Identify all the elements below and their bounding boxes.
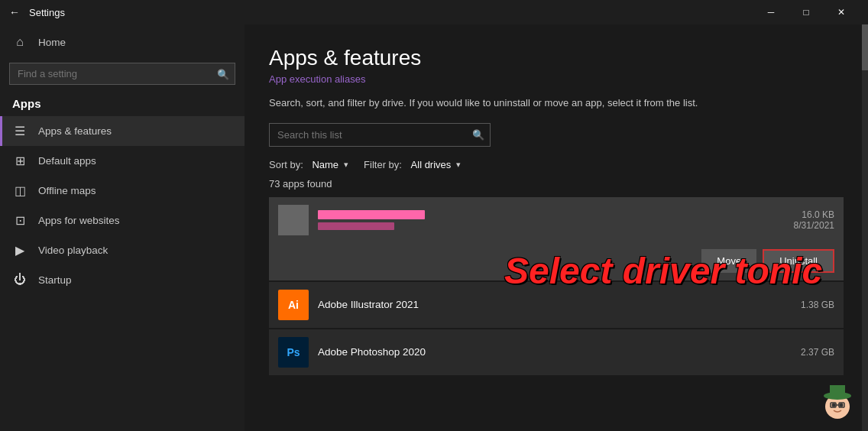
sidebar-item-offline-maps-label: Offline maps xyxy=(38,185,96,196)
selected-app-actions: Move Uninstall xyxy=(269,243,844,280)
sidebar-item-video-playback[interactable]: ▶ Video playback xyxy=(0,235,245,265)
page-title: Apps & features xyxy=(269,46,844,70)
sort-by-value: Name xyxy=(312,159,338,170)
filter-by-label: Filter by: xyxy=(364,159,402,170)
sidebar-item-apps-features-label: Apps & features xyxy=(38,125,112,137)
photoshop-icon: Ps xyxy=(278,337,309,368)
titlebar: ← Settings ─ □ ✕ xyxy=(0,0,868,24)
filter-by-value: All drives xyxy=(411,159,452,170)
close-button[interactable]: ✕ xyxy=(824,0,859,24)
svg-rect-6 xyxy=(839,403,844,407)
sidebar-item-apps-features[interactable]: ☰ Apps & features xyxy=(0,116,245,146)
offline-maps-icon: ◫ xyxy=(12,183,28,198)
sort-chevron-icon: ▾ xyxy=(344,160,348,170)
sort-by-control[interactable]: Sort by: Name ▾ xyxy=(269,159,348,170)
video-playback-icon: ▶ xyxy=(12,243,28,258)
svg-rect-5 xyxy=(831,403,836,407)
app-execution-aliases-link[interactable]: App execution aliases xyxy=(269,73,844,85)
home-icon: ⌂ xyxy=(12,35,28,49)
sidebar-item-startup[interactable]: ⏻ Startup xyxy=(0,265,245,294)
illustrator-size: 1.38 GB xyxy=(801,300,834,310)
scrollbar-thumb[interactable] xyxy=(862,24,868,70)
sidebar-item-offline-maps[interactable]: ◫ Offline maps xyxy=(0,176,245,206)
selected-app-info xyxy=(318,210,794,230)
photoshop-name: Adobe Photoshop 2020 xyxy=(318,346,801,358)
selected-app-icon xyxy=(278,205,309,235)
selected-app-header: 16.0 KB 8/31/2021 xyxy=(269,197,844,243)
sidebar-search-icon: 🔍 xyxy=(217,68,229,79)
sidebar-item-default-apps-label: Default apps xyxy=(38,155,96,167)
apps-features-icon: ☰ xyxy=(12,124,28,138)
minimize-button[interactable]: ─ xyxy=(753,0,789,24)
svg-point-0 xyxy=(825,394,850,419)
sort-by-label: Sort by: xyxy=(269,159,303,170)
startup-icon: ⏻ xyxy=(12,273,28,287)
mascot-image xyxy=(815,378,860,423)
sort-filter-bar: Sort by: Name ▾ Filter by: All drives ▾ xyxy=(269,159,844,170)
uninstall-button[interactable]: Uninstall xyxy=(763,249,834,273)
apps-websites-icon: ⊡ xyxy=(12,213,28,228)
apps-search-container: 🔍 xyxy=(269,123,491,147)
illustrator-icon: Ai xyxy=(278,290,309,320)
scrollbar-track[interactable] xyxy=(862,24,868,431)
selected-app-row[interactable]: 16.0 KB 8/31/2021 Move Uninstall xyxy=(269,197,844,280)
sidebar-search-input[interactable] xyxy=(9,63,235,85)
sidebar-search-container: 🔍 xyxy=(9,63,235,85)
svg-point-1 xyxy=(824,392,851,400)
sidebar: ⌂ Home 🔍 Apps ☰ Apps & features ⊞ Defaul… xyxy=(0,24,245,431)
filter-chevron-icon: ▾ xyxy=(456,160,461,170)
sidebar-section-label: Apps xyxy=(0,91,245,116)
app-item-illustrator[interactable]: Ai Adobe Illustrator 2021 1.38 GB xyxy=(269,282,844,328)
selected-app-sub-bar xyxy=(318,222,394,230)
selected-app-size-date: 16.0 KB 8/31/2021 xyxy=(794,209,834,231)
svg-rect-2 xyxy=(830,385,845,397)
content-area: Apps & features App execution aliases Se… xyxy=(245,24,868,431)
selected-app-name-bar xyxy=(318,210,425,219)
move-button[interactable]: Move xyxy=(701,249,756,273)
app-item-photoshop[interactable]: Ps Adobe Photoshop 2020 2.37 GB xyxy=(269,329,844,375)
selected-app-size: 16.0 KB xyxy=(794,209,834,220)
sidebar-item-apps-websites[interactable]: ⊡ Apps for websites xyxy=(0,206,245,235)
filter-by-control[interactable]: Filter by: All drives ▾ xyxy=(364,159,461,170)
sidebar-item-home[interactable]: ⌂ Home xyxy=(0,28,245,57)
sidebar-item-startup-label: Startup xyxy=(38,274,72,286)
sidebar-item-apps-websites-label: Apps for websites xyxy=(38,215,120,226)
illustrator-info: Adobe Illustrator 2021 xyxy=(318,299,801,310)
apps-search-icon: 🔍 xyxy=(472,129,484,141)
svg-point-3 xyxy=(832,403,836,407)
window-controls: ─ □ ✕ xyxy=(753,0,859,24)
apps-search-input[interactable] xyxy=(269,123,491,147)
selected-app-date: 8/31/2021 xyxy=(794,220,834,231)
illustrator-name: Adobe Illustrator 2021 xyxy=(318,299,801,310)
apps-count: 73 apps found xyxy=(269,178,844,190)
photoshop-info: Adobe Photoshop 2020 xyxy=(318,346,801,358)
content-description: Search, sort, and filter by drive. If yo… xyxy=(269,96,844,111)
sidebar-item-home-label: Home xyxy=(38,37,66,48)
sidebar-item-video-playback-label: Video playback xyxy=(38,245,108,256)
main-container: ⌂ Home 🔍 Apps ☰ Apps & features ⊞ Defaul… xyxy=(0,24,868,431)
svg-point-4 xyxy=(840,403,844,407)
maximize-button[interactable]: □ xyxy=(789,0,824,24)
titlebar-title: Settings xyxy=(29,7,753,18)
back-button[interactable]: ← xyxy=(9,6,20,18)
photoshop-size: 2.37 GB xyxy=(801,347,834,358)
default-apps-icon: ⊞ xyxy=(12,154,28,168)
sidebar-item-default-apps[interactable]: ⊞ Default apps xyxy=(0,146,245,176)
